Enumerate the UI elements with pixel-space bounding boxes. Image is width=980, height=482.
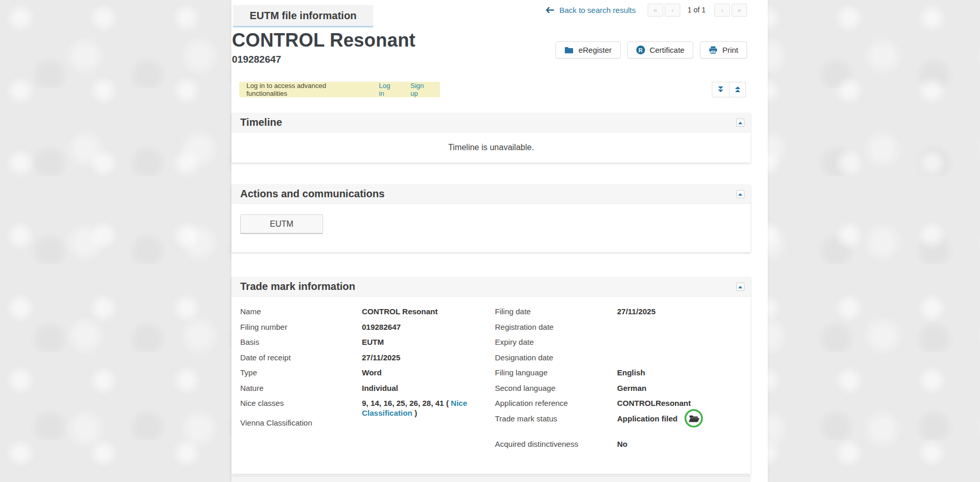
content-column: EUTM file information Back to search res… [231,0,768,482]
row-value: Individual [362,383,468,393]
collapse-all-button[interactable] [712,82,729,97]
row-value: CONTROLResonant [617,398,691,408]
trademark-section-header[interactable]: Trade mark information [231,277,751,297]
print-label: Print [722,46,738,54]
nice-classes-suffix: ) [413,408,417,417]
row-label: Nature [240,383,362,393]
table-row: Application reference CONTROLResonant [495,398,751,414]
prev-page-button[interactable]: ‹ [665,4,680,17]
eutm-tab-button[interactable]: EUTM [240,214,323,234]
title-block: CONTROL Resonant 019282647 [232,30,416,65]
timeline-unavailable-message: Timeline is unavailable. [448,143,534,152]
signup-link[interactable]: Sign up [411,82,433,97]
timeline-section-header[interactable]: Timeline [231,113,751,133]
row-label: Filing language [495,368,617,377]
trademark-section-title: Trade mark information [240,281,355,293]
triangle-up-icon [738,286,742,288]
trademark-table-left-column: Name CONTROL Resonant Filing number 0192… [240,306,495,455]
row-label: Registration date [495,322,617,332]
table-row: Second language German [495,383,751,399]
login-banner: Log in to access advanced functionalitie… [239,82,440,97]
trademark-table: Name CONTROL Resonant Filing number 0192… [231,297,751,455]
trademark-table-right-column: Filing date 27/11/2025 Registration date… [495,306,751,455]
row-value: English [617,368,645,377]
back-link-label: Back to search results [559,6,636,14]
row-label: Expiry date [495,337,617,347]
timeline-collapse-button[interactable] [736,119,744,127]
folder-icon [564,47,574,54]
row-value: 27/11/2025 [362,353,468,362]
row-value: CONTROL Resonant [362,306,468,316]
table-row: Date of receipt 27/11/2025 [240,353,495,368]
timeline-section-title: Timeline [240,116,282,128]
row-label: Acquired distinctiveness [495,439,617,449]
table-row: Filing number 019282647 [240,322,495,338]
application-filed-status-icon [684,408,704,428]
section-trademark-information: Trade mark information Name CONTROL Reso… [231,277,751,474]
printer-icon [709,46,718,54]
section-actions-communications: Actions and communications EUTM [231,184,751,252]
row-value: Application filed [617,414,704,428]
table-row: Filing language English [495,368,751,383]
row-label: Basis [240,337,362,347]
triangle-up-icon [738,122,742,124]
table-row: Filing date 27/11/2025 [495,306,751,322]
header-action-buttons: eRegister R Certificate Print [555,41,747,59]
back-row: Back to search results « ‹ 1 of 1 › » [231,3,747,17]
table-row: Name CONTROL Resonant [240,306,495,322]
row-value: German [617,383,647,393]
double-chevron-up-icon [734,86,741,93]
triangle-up-icon [738,193,742,196]
table-row: Nature Individual [240,383,495,399]
table-row: Vienna Classification [240,418,495,433]
row-value: EUTM [362,337,468,347]
table-row: Expiry date [495,337,751,353]
page-indicator: 1 of 1 [688,6,706,14]
table-row: Basis EUTM [240,337,495,353]
certificate-button[interactable]: R Certificate [627,41,694,59]
row-value: 27/11/2025 [617,306,655,316]
row-label: Name [240,306,362,316]
page-title: CONTROL Resonant [232,30,416,51]
row-value: 9, 14, 16, 25, 26, 28, 41 ( Nice Classif… [362,398,468,418]
double-chevron-down-icon [717,86,724,93]
first-page-button[interactable]: « [648,4,663,17]
login-banner-message: Log in to access advanced functionalitie… [246,82,367,97]
last-page-button[interactable]: » [732,4,747,17]
row-label: Application reference [495,398,617,408]
row-label: Date of receipt [240,353,362,362]
back-to-search-link[interactable]: Back to search results [546,6,636,14]
table-row: Nice classes 9, 14, 16, 25, 26, 28, 41 (… [240,398,495,418]
section-timeline: Timeline Timeline is unavailable. [231,113,751,163]
print-button[interactable]: Print [700,41,747,59]
row-value: Word [362,368,468,377]
pagination: « ‹ 1 of 1 › » [646,4,747,17]
row-value: 019282647 [362,322,468,332]
actions-collapse-button[interactable] [736,190,744,198]
circle-r-icon: R [636,46,645,54]
next-section-header-cutoff [231,477,751,482]
login-link[interactable]: Log in [379,82,397,97]
row-label: Filing number [240,322,362,332]
filing-number-heading: 019282647 [232,54,416,65]
fold-all-group [712,82,746,97]
trademark-collapse-button[interactable] [736,283,744,291]
expand-all-button[interactable] [729,82,746,97]
table-row: Trade mark status Application filed [495,414,751,429]
eregister-button[interactable]: eRegister [555,41,620,59]
table-row: Designation date [495,353,751,368]
trademark-status-text: Application filed [617,414,678,423]
actions-section-title: Actions and communications [240,188,385,200]
row-label: Type [240,368,362,377]
back-arrow-icon [546,7,554,13]
certificate-label: Certificate [650,46,685,54]
table-row: Registration date [495,322,751,338]
next-page-button[interactable]: › [714,4,730,17]
row-label: Filing date [495,306,617,316]
row-label: Vienna Classification [240,418,362,428]
table-row: Acquired distinctiveness No [495,439,751,455]
row-label: Second language [495,383,617,393]
row-label: Trade mark status [495,414,617,423]
actions-section-header[interactable]: Actions and communications [231,184,751,204]
table-row: Type Word [240,368,495,383]
